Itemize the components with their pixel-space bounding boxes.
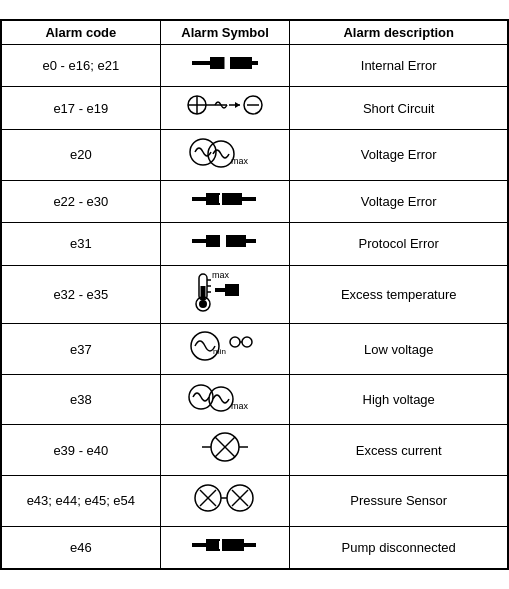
svg-rect-58 (222, 539, 244, 551)
svg-point-38 (242, 337, 252, 347)
alarm-description-cell: Excess temperature (290, 265, 508, 324)
svg-rect-23 (226, 235, 246, 247)
alarm-symbol-cell: max (160, 374, 290, 425)
svg-rect-1 (210, 57, 226, 69)
table-row: e20 max Voltage Error (1, 129, 508, 180)
col-header-alarm-code: Alarm code (1, 20, 160, 45)
svg-text:max: max (231, 401, 249, 411)
table-row: e22 - e30 Voltage Error (1, 180, 508, 223)
svg-rect-56 (206, 539, 220, 551)
pump-disconnected-symbol-icon (190, 531, 260, 559)
alarm-code-cell: e32 - e35 (1, 265, 160, 324)
alarm-symbol-cell (160, 180, 290, 223)
low-voltage-symbol-icon: min (185, 328, 265, 364)
alarm-description-cell: Protocol Error (290, 223, 508, 266)
alarm-code-cell: e22 - e30 (1, 180, 160, 223)
table-row: e39 - e40 Excess current (1, 425, 508, 476)
alarm-description-cell: Voltage Error (290, 180, 508, 223)
table-row: e38 max High voltage (1, 374, 508, 425)
alarm-code-cell: e37 (1, 324, 160, 375)
alarm-description-cell: Voltage Error (290, 129, 508, 180)
alarm-symbol-cell (160, 425, 290, 476)
alarm-description-cell: Pump disconnected (290, 526, 508, 569)
voltage-error-e22-symbol-icon (190, 185, 260, 213)
alarm-symbol-cell (160, 223, 290, 266)
alarm-table: Alarm code Alarm Symbol Alarm descriptio… (0, 19, 509, 571)
alarm-description-cell: High voltage (290, 374, 508, 425)
svg-text:min: min (213, 347, 226, 356)
svg-text:max: max (231, 156, 249, 166)
alarm-code-cell: e0 - e16; e21 (1, 44, 160, 87)
alarm-symbol-cell: min (160, 324, 290, 375)
voltage-error-e20-symbol-icon: max (185, 134, 265, 170)
alarm-symbol-cell: max (160, 265, 290, 324)
alarm-description-cell: Internal Error (290, 44, 508, 87)
excess-temp-symbol-icon: max (185, 270, 265, 314)
alarm-symbol-cell (160, 526, 290, 569)
excess-current-symbol-icon (200, 429, 250, 465)
alarm-code-cell: e20 (1, 129, 160, 180)
alarm-table-container: Alarm code Alarm Symbol Alarm descriptio… (0, 19, 509, 571)
svg-rect-17 (206, 193, 220, 205)
table-row: e32 - e35 ma (1, 265, 508, 324)
svg-rect-33 (215, 288, 225, 292)
table-row: e43; e44; e45; e54 Pre (1, 476, 508, 527)
table-row: e46 Pump disconnected (1, 526, 508, 569)
svg-rect-2 (230, 57, 252, 69)
col-header-alarm-symbol: Alarm Symbol (160, 20, 290, 45)
high-voltage-symbol-icon: max (185, 379, 265, 415)
table-row: e31 Protocol Error (1, 223, 508, 266)
alarm-symbol-cell (160, 44, 290, 87)
svg-text:max: max (212, 270, 230, 280)
table-row: e0 - e16; e21 (1, 44, 508, 87)
protocol-error-symbol-icon (190, 227, 260, 255)
alarm-description-cell: Short Circuit (290, 87, 508, 130)
svg-point-28 (199, 300, 207, 308)
alarm-description-cell: Low voltage (290, 324, 508, 375)
alarm-code-cell: e38 (1, 374, 160, 425)
alarm-code-cell: e17 - e19 (1, 87, 160, 130)
col-header-alarm-description: Alarm description (290, 20, 508, 45)
svg-rect-59 (244, 543, 256, 547)
alarm-description-cell: Excess current (290, 425, 508, 476)
pressure-sensor-symbol-icon (190, 480, 260, 516)
alarm-description-cell: Pressure Sensor (290, 476, 508, 527)
svg-rect-0 (192, 61, 210, 65)
svg-rect-55 (192, 543, 206, 547)
svg-point-37 (230, 337, 240, 347)
svg-rect-34 (225, 284, 239, 296)
alarm-code-cell: e43; e44; e45; e54 (1, 476, 160, 527)
svg-rect-16 (192, 197, 206, 201)
svg-rect-21 (192, 239, 206, 243)
svg-rect-22 (206, 235, 220, 247)
table-row: e17 - e19 (1, 87, 508, 130)
table-header-row: Alarm code Alarm Symbol Alarm descriptio… (1, 20, 508, 45)
short-circuit-symbol-icon (185, 91, 265, 119)
alarm-code-cell: e31 (1, 223, 160, 266)
table-row: e37 min Low voltage (1, 324, 508, 375)
svg-rect-24 (246, 239, 256, 243)
alarm-code-cell: e39 - e40 (1, 425, 160, 476)
alarm-symbol-cell: max (160, 129, 290, 180)
alarm-code-cell: e46 (1, 526, 160, 569)
alarm-symbol-cell (160, 87, 290, 130)
svg-rect-3 (252, 61, 258, 65)
svg-rect-20 (242, 197, 256, 201)
svg-marker-10 (235, 102, 240, 108)
alarm-symbol-cell (160, 476, 290, 527)
internal-error-symbol-icon (190, 49, 260, 77)
svg-rect-19 (222, 193, 242, 205)
